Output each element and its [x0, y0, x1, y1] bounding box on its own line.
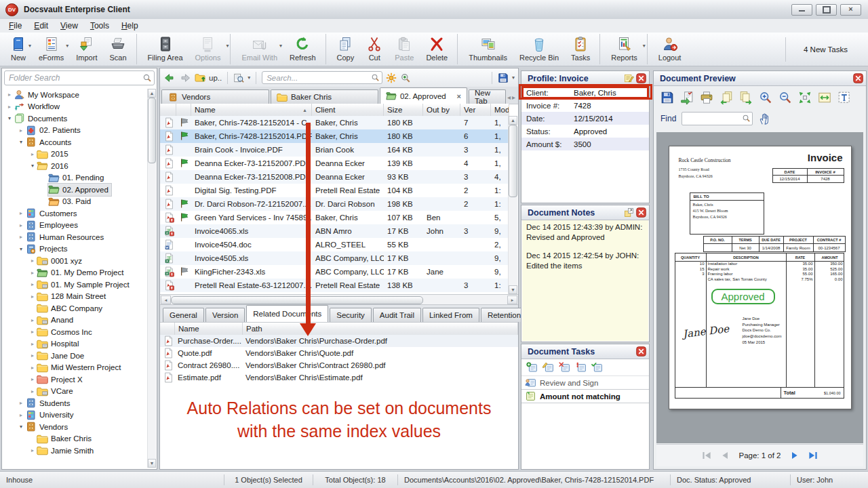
export-icon[interactable]	[680, 91, 694, 104]
add-task-icon[interactable]	[526, 362, 538, 373]
expander-icon[interactable]: ▸	[28, 151, 37, 157]
file-row[interactable]: Green Yard Services - Inv 74589... Baker…	[160, 211, 509, 224]
scan-button[interactable]: ▾ Scan	[103, 34, 136, 64]
expander-icon[interactable]: ▸	[17, 222, 25, 228]
tree-item[interactable]: ▸ VCare	[3, 386, 147, 398]
search-icon[interactable]	[742, 114, 751, 123]
dropdown-caret-icon[interactable]: ▾	[279, 43, 282, 49]
copy-button[interactable]: ▾ Copy	[328, 34, 361, 64]
scroll-left-icon[interactable]: ◂	[161, 296, 171, 304]
tree-item[interactable]: ▸ 01. My Demo Project	[3, 267, 147, 279]
fit-page-icon[interactable]	[798, 91, 812, 104]
file-row[interactable]: Baker, Chris-7428-12152014 - C... Baker,…	[160, 116, 509, 129]
edit-task-icon[interactable]	[542, 362, 554, 373]
file-row[interactable]: Invoice4504.doc ALRO_STEEL 55 KB 2,	[160, 238, 509, 251]
options-button[interactable]: ▾ Options	[189, 34, 231, 64]
task-item[interactable]: Review and Sign	[521, 376, 649, 389]
forward-button[interactable]	[179, 73, 191, 83]
tree-item[interactable]: ▾ 2016	[3, 160, 147, 172]
logout-button[interactable]: ▾ Logout	[650, 34, 688, 64]
expander-icon[interactable]: ▸	[5, 104, 14, 110]
priority-task-icon[interactable]	[575, 362, 587, 373]
next-page-icon[interactable]	[739, 91, 753, 104]
file-row[interactable]: Deanna Ecker-73-12152008.PDF Deanna Ecke…	[160, 170, 509, 184]
column-header[interactable]: Out by ▲	[423, 104, 460, 116]
column-header[interactable]: Name	[175, 323, 243, 335]
related-document-row[interactable]: Contract 26980.... Vendors\Baker Chris\C…	[160, 359, 518, 371]
tree-item[interactable]: ▸ Workflow	[3, 101, 147, 113]
tree-item[interactable]: ▸ 01. My Sample Project	[3, 279, 147, 291]
scroll-up-icon[interactable]: ▲	[509, 116, 517, 125]
tree-item[interactable]: ▸ Students	[3, 397, 147, 409]
panel-close-icon[interactable]	[636, 346, 646, 357]
document-tab[interactable]: 02. Approved ×	[380, 87, 467, 104]
sidebar-scrollbar[interactable]: ▲ ▼	[147, 89, 156, 468]
panel-close-icon[interactable]	[853, 73, 863, 83]
file-row[interactable]: Deanna Ecker-73-12152007.PDF Deanna Ecke…	[160, 157, 509, 170]
tree-item[interactable]: ▸ 0001 xyz	[3, 255, 147, 267]
expander-icon[interactable]: ▾	[17, 424, 25, 430]
minimize-button[interactable]	[791, 4, 812, 16]
tree-item[interactable]: ▸ 02. Patients	[3, 125, 147, 137]
horizontal-scrollbar[interactable]: ◂ ▸	[160, 294, 518, 305]
file-list-scrollbar[interactable]: ▲ ▼	[508, 116, 517, 294]
tree-item[interactable]: ▾ Vendors	[3, 421, 147, 433]
delete-task-icon[interactable]	[559, 362, 570, 373]
fit-width-icon[interactable]	[818, 91, 831, 104]
dropdown-caret-icon[interactable]: ▾	[512, 75, 515, 81]
complete-task-icon[interactable]	[591, 362, 603, 373]
dropdown-caret-icon[interactable]: ▾	[643, 43, 646, 49]
dropdown-caret-icon[interactable]: ▾	[66, 43, 68, 49]
file-row[interactable]: Invoice4505.xls ABC Company, LLC. 17 KB …	[160, 251, 509, 265]
detail-tab[interactable]: Version	[205, 308, 245, 322]
settings-gear-icon[interactable]	[386, 73, 397, 83]
import-button[interactable]: ▾ Import	[70, 34, 103, 64]
tree-item[interactable]: Baker Chris	[3, 433, 147, 445]
column-header[interactable]: Path	[243, 323, 518, 335]
save-view-button[interactable]	[498, 73, 509, 83]
expander-icon[interactable]: ▸	[28, 270, 37, 276]
up-folder-button[interactable]	[195, 73, 207, 83]
expander-icon[interactable]: ▸	[28, 388, 37, 394]
scroll-up-icon[interactable]: ▲	[148, 89, 156, 98]
detail-tab[interactable]: Linked From	[422, 308, 479, 322]
reports-button[interactable]: ▾ Reports	[602, 34, 648, 64]
file-row[interactable]: KiingFicher-2343.xls ABC Company, LLC. 1…	[160, 265, 509, 279]
search-icon[interactable]	[142, 73, 152, 83]
expander-icon[interactable]: ▾	[17, 139, 25, 145]
column-header[interactable]: Modif ▲	[491, 104, 509, 116]
expander-icon[interactable]: ▸	[17, 400, 25, 406]
tree-item[interactable]: ▸ Project X	[3, 373, 147, 386]
expander-icon[interactable]: ▾	[28, 163, 37, 169]
tree-item[interactable]: 03. Paid	[3, 196, 147, 208]
print-icon[interactable]	[700, 91, 713, 104]
zoom-out-icon[interactable]	[778, 91, 792, 104]
file-row[interactable]: Baker, Chris-7428-12152014.PDF Baker, Ch…	[160, 129, 509, 143]
document-tab[interactable]: Baker Chris	[271, 89, 378, 104]
panel-close-icon[interactable]	[636, 207, 646, 218]
new-button[interactable]: ▾ New	[4, 34, 33, 64]
column-header[interactable]: Size ▲	[384, 104, 423, 116]
search-icon[interactable]	[371, 73, 380, 82]
file-row[interactable]: Invoice4065.xls ABN Amro 17 KB John 3 9,	[160, 224, 509, 238]
scroll-thumb[interactable]	[171, 296, 423, 304]
menu-item[interactable]: File	[3, 20, 28, 32]
expander-icon[interactable]: ▸	[28, 352, 37, 359]
tree-item[interactable]: ▸ Human Resources	[3, 231, 147, 243]
zoom-in-icon[interactable]	[759, 91, 772, 104]
maximize-button[interactable]	[816, 4, 837, 16]
tree-item[interactable]: ▸ Customers	[3, 207, 147, 220]
related-document-row[interactable]: Estimate.pdf Vendors\Baker Chris\Estimat…	[160, 371, 518, 384]
document-tab[interactable]: Vendors	[161, 89, 269, 104]
scroll-thumb[interactable]	[148, 98, 156, 163]
dropdown-caret-icon[interactable]: ▾	[226, 43, 229, 49]
popout-icon[interactable]	[624, 207, 634, 218]
expander-icon[interactable]: ▸	[28, 329, 37, 335]
menu-item[interactable]: Help	[115, 20, 144, 32]
file-row[interactable]: Digital Sig. Testing.PDF Pretell Real Es…	[160, 184, 509, 197]
previous-page-icon[interactable]	[719, 91, 733, 104]
column-header[interactable]: Ver ▲	[460, 104, 491, 116]
scroll-down-icon[interactable]: ▼	[148, 459, 156, 468]
tree-item[interactable]: ▸ Mid Western Project	[3, 362, 147, 374]
tree-item[interactable]: ▸ University	[3, 409, 147, 422]
